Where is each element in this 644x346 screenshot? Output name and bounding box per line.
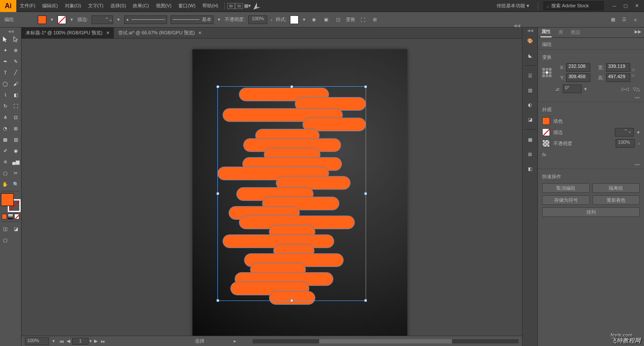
transform-btn[interactable]: 变换 [346, 16, 355, 23]
grid-icon[interactable]: ▦ [609, 15, 617, 24]
mesh-tool[interactable]: ▦ [0, 134, 11, 145]
reference-point[interactable] [542, 68, 552, 77]
none-swatch[interactable] [14, 214, 19, 219]
stroke-profile[interactable]: 基本 [171, 15, 214, 24]
isolate-button[interactable]: 隔离组 [592, 183, 640, 193]
width-tool[interactable]: ⋔ [0, 112, 11, 123]
opacity-input[interactable]: 100% [248, 15, 267, 24]
ungroup-button[interactable]: 取消编组 [542, 183, 590, 193]
opacity-swatch[interactable] [542, 140, 550, 147]
rotate-tool[interactable]: ↻ [0, 100, 11, 112]
hand-tool[interactable]: ✋ [0, 179, 11, 190]
artboard-tool[interactable]: ▢ [0, 167, 11, 179]
fill-color-swatch[interactable] [542, 117, 550, 125]
stroke-dropdown[interactable]: ▾ [70, 17, 74, 22]
stroke-panel-icon[interactable]: ☰ [525, 71, 535, 80]
recolor-button[interactable]: 重新着色 [592, 195, 640, 205]
zoom-tool[interactable]: 🔍 [11, 179, 21, 190]
fill-box[interactable] [1, 193, 14, 206]
menu-对象(O)[interactable]: 对象(O) [61, 0, 85, 12]
tab-libraries[interactable]: 库 [558, 27, 564, 37]
menu-效果(C)[interactable]: 效果(C) [129, 0, 152, 12]
prev-artboard[interactable]: ◀ [65, 338, 71, 344]
transparency-panel-icon[interactable]: ◐ [525, 100, 535, 109]
workspace-selector[interactable]: 传统基本功能▾ [493, 2, 533, 10]
stroke-swatch[interactable] [58, 15, 66, 24]
align-panel-icon[interactable]: ▦ [525, 135, 535, 144]
free-transform-tool[interactable]: ⊡ [11, 112, 21, 123]
shaper-tool[interactable]: ⌇ [0, 89, 11, 100]
canvas[interactable] [21, 39, 522, 336]
eyedropper-tool[interactable]: ✐ [0, 145, 11, 156]
symbol-sprayer-tool[interactable]: ※ [0, 156, 11, 167]
width-input[interactable]: 339.119 [606, 63, 630, 72]
menu-帮助(H)[interactable]: 帮助(H) [199, 0, 222, 12]
curvature-tool[interactable]: ✎ [11, 56, 21, 67]
recolor-icon[interactable]: ◉ [310, 15, 318, 24]
shape-icon[interactable]: ◫ [334, 15, 342, 24]
close-tab-icon[interactable]: ✕ [198, 30, 201, 35]
collapse-icon[interactable]: ◀◀ [513, 23, 520, 28]
align-icon[interactable]: ▣ [322, 15, 330, 24]
flip-vertical-icon[interactable]: ▽△ [633, 86, 640, 92]
transform-panel-icon[interactable]: ⊞ [525, 149, 535, 159]
color-panel-icon[interactable]: 🎨 [525, 36, 535, 46]
eraser-tool[interactable]: ◧ [11, 89, 21, 100]
first-artboard[interactable]: ⏮ [58, 338, 64, 344]
height-input[interactable]: 497.429 [606, 73, 630, 82]
arrange-button[interactable]: 排列 [542, 207, 640, 217]
appearance-panel-icon[interactable]: ◪ [525, 115, 535, 124]
selection-tool[interactable] [0, 33, 11, 45]
magic-wand-tool[interactable]: ✦ [0, 45, 11, 56]
fill-swatch[interactable] [38, 15, 46, 24]
color-mode-swatch[interactable] [2, 214, 7, 219]
fx-label[interactable]: fx. [542, 152, 547, 157]
x-input[interactable]: 232.108 [566, 63, 590, 72]
arrange-docs-icon[interactable]: ▦▾ [243, 1, 252, 11]
arrange-icon[interactable]: ⊞ [371, 15, 379, 24]
menu-窗口(W)[interactable]: 窗口(W) [175, 0, 199, 12]
pathfinder-panel-icon[interactable]: ◧ [525, 164, 535, 173]
paintbrush-tool[interactable]: 🖌 [11, 78, 21, 89]
brush-profile[interactable]: ● [124, 15, 167, 24]
link-wh-icon[interactable]: ⊃⊂ [630, 67, 636, 78]
draw-mode-normal[interactable]: ◫ [0, 223, 11, 234]
doc-tab[interactable]: 尝试.ai* @ 66.67% (RGB/GPU 预览)✕ [114, 27, 206, 39]
shape-builder-tool[interactable]: ◔ [0, 123, 11, 134]
blend-tool[interactable]: ◉ [11, 145, 21, 156]
menu-视图(V)[interactable]: 视图(V) [153, 0, 175, 12]
layout-icon[interactable]: ☰ [620, 15, 629, 24]
close-button[interactable]: ✕ [634, 3, 640, 9]
swatches-panel-icon[interactable]: ◣ [525, 51, 535, 60]
stroke-color-swatch[interactable] [542, 128, 550, 136]
style-swatch[interactable] [290, 15, 299, 24]
last-artboard[interactable]: ⏭ [100, 338, 106, 344]
draw-mode-behind[interactable]: ◪ [11, 223, 21, 234]
horizontal-scrollbar[interactable] [253, 339, 519, 343]
fill-stroke-control[interactable] [1, 193, 21, 211]
opacity-prop-input[interactable]: 100% [616, 139, 635, 148]
line-tool[interactable]: ╱ [11, 67, 21, 78]
slice-tool[interactable]: ✂ [11, 167, 21, 179]
dock-collapse-icon[interactable]: ◀◀ [527, 28, 533, 33]
tab-properties[interactable]: 属性 [540, 27, 552, 37]
panel-collapse-icon[interactable]: ▶▶ [635, 29, 641, 34]
menu-文件(F)[interactable]: 文件(F) [16, 0, 39, 12]
lasso-tool[interactable]: ⊗ [11, 45, 21, 56]
menu-选择(S)[interactable]: 选择(S) [107, 0, 130, 12]
ellipse-tool[interactable]: ◯ [0, 78, 11, 89]
menu-文字(T)[interactable]: 文字(T) [85, 0, 107, 12]
angle-input[interactable]: 0° [563, 85, 582, 93]
scale-tool[interactable]: ⛶ [11, 100, 21, 112]
close-tab-icon[interactable]: ✕ [106, 30, 110, 35]
doc-tab[interactable]: 未标题-1* @ 100% (RGB/GPU 预览)✕ [21, 27, 114, 39]
gpu-icon[interactable] [252, 1, 262, 11]
bridge-icon[interactable]: Br [227, 3, 235, 9]
perspective-tool[interactable]: ⊞ [11, 123, 21, 134]
tab-layers[interactable]: 图层 [570, 27, 581, 37]
stock-icon[interactable]: St [235, 3, 243, 9]
artboard-number[interactable]: 1 [72, 338, 89, 345]
isolate-icon[interactable]: ⛶ [359, 15, 367, 24]
opacity-popup[interactable]: › [271, 17, 272, 22]
pen-tool[interactable]: ✒ [0, 56, 11, 67]
